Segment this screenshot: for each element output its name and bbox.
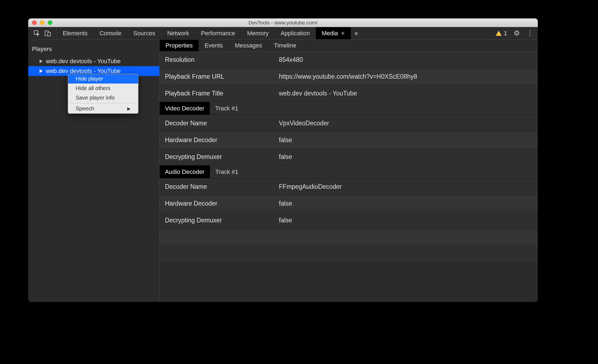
toolbar-icon-group	[28, 27, 57, 39]
tab-label: Console	[100, 30, 122, 37]
tab-label: Messages	[235, 42, 262, 49]
tab-media[interactable]: Media ✕	[316, 27, 351, 39]
property-value: 854x480	[279, 56, 303, 63]
property-value: false	[279, 217, 292, 224]
context-menu-item-hide-player[interactable]: Hide player	[68, 74, 138, 84]
property-key: Hardware Decoder	[165, 200, 279, 207]
section-header-video-decoder: Video Decoder Track #1	[160, 102, 538, 115]
context-menu-item-speech[interactable]: Speech ▶	[68, 104, 138, 113]
detail-tab-properties[interactable]: Properties	[160, 40, 199, 51]
video-decoder-table: Decoder Name VpxVideoDecoder Hardware De…	[160, 115, 538, 165]
property-value: https://www.youtube.com/watch?v=H0XScE08…	[279, 73, 417, 80]
properties-table: Resolution 854x480 Playback Frame URL ht…	[160, 52, 538, 102]
section-track: Track #1	[210, 102, 238, 115]
property-key: Playback Frame Title	[165, 90, 279, 97]
tab-label: Events	[205, 42, 223, 49]
menu-item-label: Hide all others	[76, 85, 110, 91]
window-title: DevTools - www.youtube.com/	[28, 20, 538, 26]
detail-tab-timeline[interactable]: Timeline	[268, 40, 302, 51]
tab-memory[interactable]: Memory	[241, 27, 275, 39]
menu-item-label: Save player info	[76, 95, 114, 101]
tab-performance[interactable]: Performance	[195, 27, 241, 39]
menu-divider	[68, 103, 138, 103]
table-row: Decoder Name FFmpegAudioDecoder	[160, 178, 538, 195]
section-header-audio-decoder: Audio Decoder Track #1	[160, 165, 538, 178]
play-icon	[40, 59, 43, 63]
titlebar: DevTools - www.youtube.com/	[28, 18, 538, 27]
more-menu-button[interactable]: ⋮	[526, 29, 533, 37]
more-tabs-button[interactable]: »	[351, 27, 362, 39]
audio-decoder-table: Decoder Name FFmpegAudioDecoder Hardware…	[160, 178, 538, 229]
tab-console[interactable]: Console	[94, 27, 128, 39]
property-key: Decoder Name	[165, 120, 279, 127]
chevron-right-icon: »	[355, 30, 358, 37]
warnings-button[interactable]: 1	[496, 30, 507, 37]
context-menu: Hide player Hide all others Save player …	[68, 74, 138, 114]
property-value: false	[279, 153, 292, 161]
toolbar-right: 1 ⚙ ⋮	[496, 27, 538, 39]
tab-sources[interactable]: Sources	[127, 27, 161, 39]
context-menu-item-hide-all-others[interactable]: Hide all others	[68, 84, 138, 93]
settings-button[interactable]: ⚙	[514, 29, 520, 37]
tab-label: Sources	[133, 30, 155, 37]
tab-label: Properties	[166, 42, 193, 49]
sidebar-header: Players	[28, 40, 159, 56]
panel-body: Players web.dev devtools - YouTube web.d…	[28, 40, 538, 302]
devtools-toolbar: Elements Console Sources Network Perform…	[28, 27, 538, 40]
property-value: false	[279, 200, 292, 207]
table-row: Decoder Name VpxVideoDecoder	[160, 115, 538, 132]
table-row: Decrypting Demuxer false	[160, 149, 538, 165]
menu-item-label: Speech	[76, 106, 94, 112]
tab-label: Media	[322, 30, 338, 37]
property-key: Resolution	[165, 56, 279, 63]
menu-item-label: Hide player	[76, 76, 103, 82]
property-key: Decoder Name	[165, 183, 279, 190]
property-value: FFmpegAudioDecoder	[279, 183, 342, 190]
player-list-item[interactable]: web.dev devtools - YouTube	[28, 56, 159, 66]
svg-rect-2	[48, 32, 50, 36]
gear-icon: ⚙	[514, 29, 520, 37]
devtools-window: DevTools - www.youtube.com/ Elements Con…	[28, 18, 538, 302]
table-row: Hardware Decoder false	[160, 132, 538, 149]
tab-application[interactable]: Application	[275, 27, 316, 39]
tab-label: Application	[281, 30, 310, 37]
close-tab-icon[interactable]: ✕	[341, 30, 345, 36]
player-label: web.dev devtools - YouTube	[46, 58, 121, 65]
tab-label: Memory	[247, 30, 269, 37]
property-value: web.dev devtools - YouTube	[279, 90, 357, 97]
panel-tabs: Elements Console Sources Network Perform…	[57, 27, 351, 39]
detail-tabs: Properties Events Messages Timeline	[160, 40, 538, 52]
tab-label: Performance	[201, 30, 235, 37]
warning-icon	[496, 31, 502, 36]
chevron-right-icon: ▶	[127, 106, 131, 111]
table-row: Decrypting Demuxer false	[160, 212, 538, 229]
tab-label: Timeline	[274, 42, 296, 49]
property-value: false	[279, 136, 292, 144]
detail-tab-events[interactable]: Events	[199, 40, 229, 51]
property-key: Decrypting Demuxer	[165, 153, 279, 161]
empty-row	[160, 229, 538, 246]
detail-tab-messages[interactable]: Messages	[229, 40, 268, 51]
property-key: Playback Frame URL	[165, 73, 279, 80]
table-row: Resolution 854x480	[160, 52, 538, 68]
empty-row	[160, 246, 538, 263]
context-menu-item-save-player-info[interactable]: Save player info	[68, 93, 138, 103]
warning-count: 1	[504, 30, 507, 37]
tab-network[interactable]: Network	[161, 27, 195, 39]
media-sidebar: Players web.dev devtools - YouTube web.d…	[28, 40, 160, 302]
table-row: Playback Frame Title web.dev devtools - …	[160, 85, 538, 102]
property-value: VpxVideoDecoder	[279, 120, 329, 127]
table-row: Playback Frame URL https://www.youtube.c…	[160, 68, 538, 85]
section-track: Track #1	[210, 165, 238, 178]
property-key: Decrypting Demuxer	[165, 217, 279, 224]
kebab-icon: ⋮	[526, 29, 533, 37]
device-toolbar-icon[interactable]	[44, 30, 52, 37]
play-icon	[40, 69, 43, 73]
section-title: Video Decoder	[160, 102, 210, 115]
property-key: Hardware Decoder	[165, 136, 279, 144]
table-row: Hardware Decoder false	[160, 195, 538, 212]
tab-label: Elements	[63, 30, 88, 37]
inspect-element-icon[interactable]	[33, 30, 41, 37]
tab-elements[interactable]: Elements	[57, 27, 94, 39]
tab-label: Network	[167, 30, 189, 37]
